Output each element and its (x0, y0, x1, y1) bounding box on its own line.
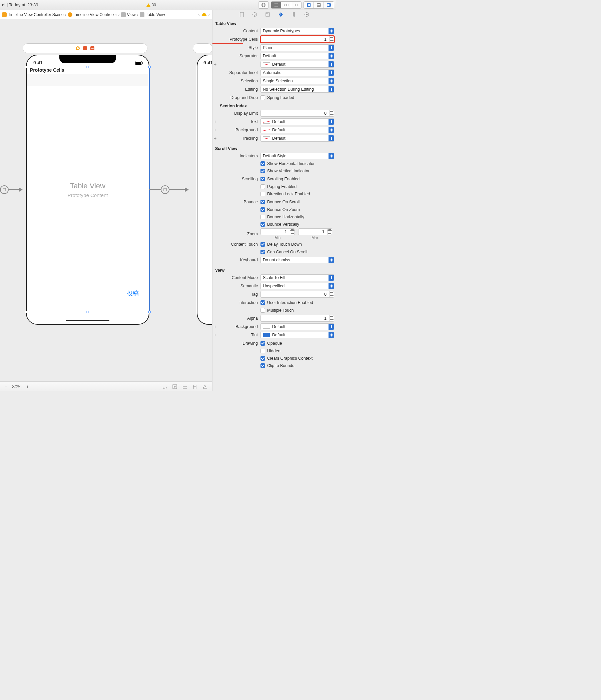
zoom-level[interactable]: 80% (12, 384, 21, 389)
jump-bar[interactable]: Timeline View Controller Scene › Timelin… (0, 10, 212, 19)
prototype-cell[interactable] (27, 74, 149, 86)
svg-text:?: ? (254, 13, 256, 16)
multitouch-checkbox[interactable] (261, 308, 265, 312)
resolve-button[interactable] (202, 384, 208, 389)
add-button[interactable]: + (213, 324, 218, 329)
issues-button[interactable]: 30 (146, 3, 156, 7)
post-bar-button[interactable]: 投稿 (127, 289, 139, 297)
svg-point-0 (262, 3, 265, 7)
text-color-popup[interactable]: Default (261, 118, 334, 125)
bounce-h-checkbox[interactable] (261, 215, 265, 219)
si-background-popup[interactable]: Default (261, 127, 334, 133)
entry-segue[interactable] (0, 185, 23, 194)
assistant-editor-button[interactable] (281, 2, 291, 8)
spring-loaded-checkbox[interactable] (261, 95, 265, 100)
scrolling-enabled-checkbox[interactable] (261, 177, 265, 181)
bounds-button[interactable] (162, 384, 167, 389)
version-editor-button[interactable] (291, 2, 301, 8)
uie-checkbox[interactable] (261, 300, 265, 305)
tint-popup[interactable]: Default (261, 332, 334, 338)
inspector-panel: ? Table View ContentDynamic Prototypes P… (212, 10, 336, 391)
crumb-view[interactable]: View (120, 12, 137, 17)
opaque-checkbox[interactable] (261, 341, 265, 346)
warning-icon (201, 13, 207, 16)
separator-inset-popup[interactable]: Automatic (261, 69, 334, 76)
add-button[interactable]: + (213, 62, 218, 67)
prototype-cells-stepper[interactable]: 1 (261, 36, 334, 43)
device-preview-2[interactable]: 9:41 (197, 55, 213, 325)
keyboard-popup[interactable]: Do not dismiss (261, 257, 334, 263)
chevron-right-icon: › (64, 12, 67, 17)
bounce-zoom-checkbox[interactable] (261, 207, 265, 212)
alpha-label: Alpha (218, 316, 261, 321)
show-h-indicator-checkbox[interactable] (261, 161, 265, 166)
nav-back[interactable]: ‹ (197, 12, 200, 17)
separator-popup[interactable]: Default (261, 53, 334, 59)
opaque-label: Opaque (267, 341, 282, 346)
pin-button[interactable] (192, 384, 197, 389)
align-button[interactable] (182, 384, 188, 389)
show-v-label: Show Vertical Indicator (267, 169, 310, 173)
standard-editor-button[interactable] (271, 2, 281, 8)
scene-dock[interactable] (23, 43, 147, 53)
prototype-cells-label: Prototype Cells (218, 37, 261, 42)
zoom-out-button[interactable]: − (5, 384, 7, 389)
dirlock-checkbox[interactable] (261, 192, 265, 196)
scene-dock-2[interactable] (193, 43, 213, 53)
alpha-stepper[interactable]: 1 (261, 315, 334, 322)
hidden-checkbox[interactable] (261, 349, 265, 353)
indicators-popup[interactable]: Default Style (261, 153, 334, 159)
connections-inspector-tab[interactable] (304, 12, 309, 17)
crumb-controller[interactable]: Timeline View Controller (67, 12, 117, 17)
crumb-tableview[interactable]: Table View (139, 12, 166, 17)
zoom-in-button[interactable]: + (26, 384, 29, 389)
content-popup[interactable]: Dynamic Prototypes (261, 28, 334, 34)
uie-label: User Interaction Enabled (267, 300, 313, 305)
quickhelp-tab[interactable]: ? (252, 12, 257, 17)
file-inspector-tab[interactable] (239, 12, 244, 17)
left-panel-toggle[interactable] (304, 2, 314, 8)
device-preview[interactable]: 9:41 Prototype Cells Table View Prototyp… (26, 55, 149, 325)
nav-fwd[interactable]: › (208, 12, 211, 17)
right-panel-toggle[interactable] (324, 2, 334, 8)
library-button-group (258, 1, 269, 9)
tracking-popup[interactable]: Default (261, 135, 334, 142)
build-time: 23:39 (27, 2, 38, 7)
paging-checkbox[interactable] (261, 184, 265, 189)
tracking-label: Tracking (218, 136, 261, 141)
selection-popup[interactable]: Single Selection (261, 78, 334, 84)
add-button[interactable]: + (213, 128, 218, 132)
editing-popup[interactable]: No Selection During Editing (261, 86, 334, 93)
library-button[interactable] (259, 2, 268, 8)
ib-canvas[interactable]: 9:41 Prototype Cells Table View Prototyp… (0, 19, 212, 391)
style-popup[interactable]: Plain (261, 44, 334, 51)
warning-icon (146, 3, 150, 7)
show-v-indicator-checkbox[interactable] (261, 169, 265, 173)
add-button[interactable]: + (213, 333, 218, 338)
separator-color-popup[interactable]: Default (261, 61, 334, 68)
identity-inspector-tab[interactable] (265, 12, 270, 17)
embed-button[interactable] (172, 384, 177, 389)
semantic-popup[interactable]: Unspecified (261, 283, 334, 289)
bounce-v-checkbox[interactable] (261, 222, 265, 227)
bounce-scroll-checkbox[interactable] (261, 200, 265, 204)
hidden-label: Hidden (267, 349, 281, 353)
attributes-inspector-tab[interactable] (278, 12, 284, 17)
tag-stepper[interactable]: 0 (261, 291, 334, 298)
display-limit-stepper[interactable]: 0 (261, 110, 334, 117)
zoom-max-stepper[interactable]: 1 (298, 228, 333, 235)
zoom-min-stepper[interactable]: 1 (261, 228, 295, 235)
content-mode-popup[interactable]: Scale To Fill (261, 274, 334, 281)
segue-to-next[interactable] (149, 185, 189, 194)
cancel-scroll-checkbox[interactable] (261, 250, 265, 254)
clears-gc-checkbox[interactable] (261, 356, 265, 361)
bounce-label: Bounce (218, 200, 261, 204)
view-background-popup[interactable]: Default (261, 323, 334, 330)
crumb-scene[interactable]: Timeline View Controller Scene (1, 12, 64, 17)
clip-checkbox[interactable] (261, 363, 265, 368)
delay-touch-checkbox[interactable] (261, 242, 265, 247)
add-button[interactable]: + (213, 136, 218, 141)
add-button[interactable]: + (213, 119, 218, 124)
size-inspector-tab[interactable] (291, 12, 296, 17)
bottom-panel-toggle[interactable] (314, 2, 324, 8)
